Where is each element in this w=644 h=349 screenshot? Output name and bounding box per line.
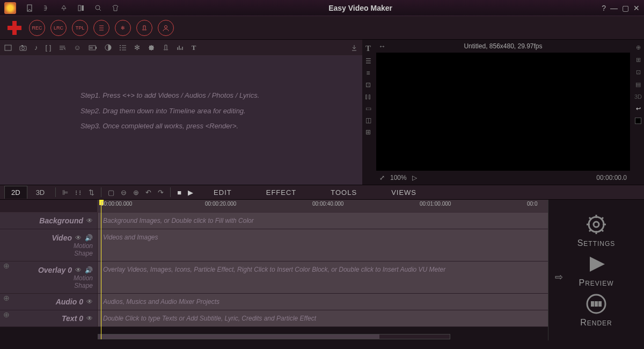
speaker-icon[interactable]: 🔊 xyxy=(85,234,93,242)
minimize-button[interactable]: — xyxy=(610,4,618,12)
record-button[interactable]: REC xyxy=(29,20,45,36)
bars-icon[interactable]: ⫿⫿ xyxy=(365,93,371,100)
list-button[interactable] xyxy=(93,20,109,36)
lyrics-button[interactable]: LRC xyxy=(50,20,67,36)
eye-icon[interactable]: 👁 xyxy=(86,315,93,322)
scrollbar-thumb[interactable] xyxy=(98,335,379,339)
grid-view-icon[interactable]: ⫶⫶ xyxy=(72,188,84,197)
eye-icon[interactable]: 👁 xyxy=(75,266,82,274)
brackets-icon[interactable]: [ ] xyxy=(46,43,52,52)
zoom-in-icon[interactable]: ⊕ xyxy=(131,188,141,197)
battery-icon[interactable] xyxy=(89,45,97,50)
lines-icon[interactable] xyxy=(58,45,66,51)
eye-icon[interactable]: 👁 xyxy=(86,217,93,224)
bookmark-icon[interactable] xyxy=(26,4,33,12)
add-track-icon[interactable]: ⊕ xyxy=(3,310,10,319)
menu-views[interactable]: VIEWS xyxy=(375,188,433,197)
render-button[interactable]: RENDER xyxy=(580,292,612,328)
track-label[interactable]: Text 0👁 xyxy=(0,310,98,326)
tab-3d[interactable]: 3D xyxy=(30,186,52,199)
eye-icon[interactable]: 👁 xyxy=(75,234,82,242)
maximize-button[interactable]: ▢ xyxy=(622,4,629,12)
align-left-icon[interactable]: ⊫ xyxy=(60,188,70,197)
track-label[interactable]: Overlay 0👁🔊 Motion Shape xyxy=(0,261,98,293)
updown-icon[interactable]: ⇅ xyxy=(86,188,97,197)
preview-info: Untitled, 856x480, 29.97fps xyxy=(464,42,542,50)
grid-icon[interactable]: ⊞ xyxy=(365,128,371,136)
bullets-icon[interactable] xyxy=(119,45,127,51)
track-content[interactable]: Double Click to type Texts or Add Subtit… xyxy=(98,310,548,326)
smile-icon[interactable]: ☺ xyxy=(74,43,80,52)
zoom-out-icon[interactable]: ⊖ xyxy=(119,188,129,197)
color-icon[interactable] xyxy=(635,118,641,124)
add-track-icon[interactable]: ⊕ xyxy=(3,261,10,270)
media-bin[interactable]: Step1. Press <+> to add Videos / Audios … xyxy=(0,56,362,185)
menu-effect[interactable]: EFFECT xyxy=(250,188,313,197)
user-button[interactable] xyxy=(158,20,174,36)
track-content[interactable]: Videos and Images xyxy=(98,229,548,261)
snap-icon[interactable]: ⊕ xyxy=(636,44,641,51)
grid2-icon[interactable]: ⊞ xyxy=(636,56,641,63)
redo-icon[interactable]: ↷ xyxy=(156,188,166,197)
tab-2d[interactable]: 2D xyxy=(4,186,27,199)
speaker-icon[interactable]: 🔊 xyxy=(85,266,93,274)
search-icon[interactable] xyxy=(94,4,102,12)
shirt-icon[interactable] xyxy=(112,4,119,12)
titlebar: Easy Video Maker ? — ▢ ✕ xyxy=(0,0,644,16)
add-media-button[interactable] xyxy=(5,19,24,37)
menu-edit[interactable]: EDIT xyxy=(197,188,248,197)
undo-icon[interactable]: ↶ xyxy=(143,188,153,197)
template-button[interactable]: TPL xyxy=(72,20,88,36)
timeline-ruler[interactable]: 00:00:00.000 00:00:20.000 00:00:40.000 0… xyxy=(0,200,548,213)
track-content[interactable]: Overlay Videos, Images, Icons, Particle … xyxy=(98,261,548,293)
eye-icon[interactable]: 👁 xyxy=(86,298,93,306)
close-button[interactable]: ✕ xyxy=(633,4,640,12)
text-tool-icon[interactable]: T xyxy=(365,44,371,53)
play-button[interactable]: ▶ xyxy=(186,188,195,197)
marquee-icon[interactable]: ◫ xyxy=(365,117,371,124)
return-icon[interactable]: ↩ xyxy=(636,105,641,112)
track-label[interactable]: Audio 0👁 xyxy=(0,294,98,310)
select-icon[interactable]: ▭ xyxy=(365,105,371,112)
zoom-level[interactable]: 100% xyxy=(390,174,407,181)
effect-button[interactable]: ✻ xyxy=(115,20,131,36)
puzzle-icon[interactable] xyxy=(148,44,155,52)
layers-icon[interactable]: ≡ xyxy=(366,69,370,77)
tree-icon[interactable] xyxy=(43,4,50,12)
expand-panel-icon[interactable]: ⇨ xyxy=(555,271,563,283)
settings-button[interactable]: SETTINGS xyxy=(577,213,616,248)
preview-screen[interactable] xyxy=(376,53,630,171)
expand-icon[interactable]: ⤢ xyxy=(379,174,385,181)
track-content[interactable]: Audios, Musics and Audio Mixer Projects xyxy=(98,294,548,310)
music2-icon[interactable] xyxy=(163,44,169,52)
camera-icon[interactable] xyxy=(19,45,27,51)
menu-tools[interactable]: TOOLS xyxy=(314,188,373,197)
flower-icon[interactable]: ✻ xyxy=(134,43,140,52)
rect-icon[interactable] xyxy=(4,45,12,51)
contrast-icon[interactable] xyxy=(105,44,112,51)
play-preview-button[interactable]: ▷ xyxy=(412,174,417,181)
track-content[interactable]: Background Images, or Double click to Fi… xyxy=(98,213,548,229)
align-icon[interactable]: ☰ xyxy=(365,57,371,65)
fit-icon[interactable]: ▢ xyxy=(106,188,116,197)
text-icon[interactable]: T xyxy=(192,43,196,52)
stop-button[interactable]: ■ xyxy=(175,188,184,197)
note-icon[interactable]: ♪ xyxy=(34,43,38,52)
help-button[interactable]: ? xyxy=(602,4,606,12)
ratio-icon[interactable]: ▤ xyxy=(635,81,641,88)
columns-icon[interactable] xyxy=(77,4,85,12)
center-icon[interactable]: ⊡ xyxy=(636,69,641,76)
up-icon[interactable] xyxy=(60,4,68,12)
svg-point-13 xyxy=(120,47,121,48)
track-label[interactable]: Video👁🔊 Motion Shape xyxy=(0,229,98,261)
music-button[interactable] xyxy=(136,20,152,36)
timeline-scrollbar[interactable] xyxy=(0,333,548,340)
download-icon[interactable] xyxy=(350,44,358,52)
crop-icon[interactable]: ⊡ xyxy=(365,81,371,89)
3d-toggle[interactable]: 3D xyxy=(634,93,642,100)
resize-icon[interactable]: ↔ xyxy=(378,42,386,50)
preview-button[interactable]: PREVIEW xyxy=(579,252,613,288)
track-label[interactable]: Background👁 xyxy=(0,213,98,229)
add-track-icon[interactable]: ⊕ xyxy=(3,294,10,302)
equalizer-icon[interactable] xyxy=(177,45,184,51)
